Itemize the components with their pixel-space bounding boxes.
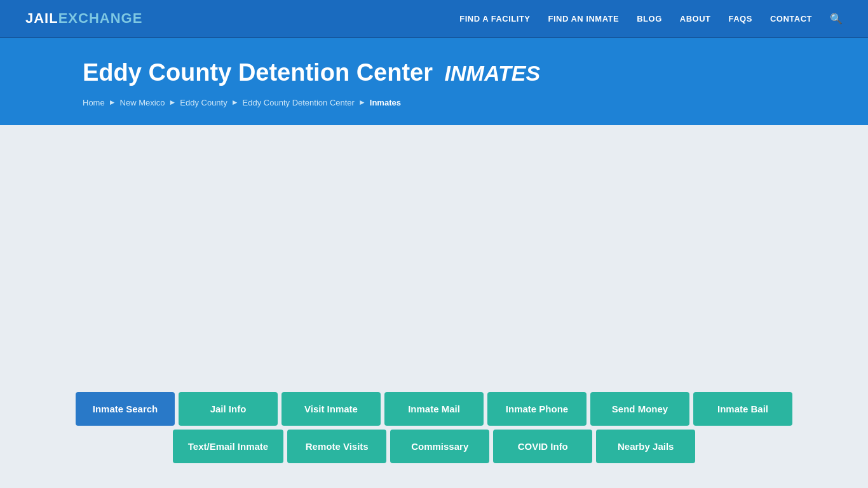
page-title-sub: INMATES: [445, 61, 540, 85]
nav-find-facility[interactable]: FIND A FACILITY: [459, 14, 530, 24]
logo-exchange: EXCHANGE: [58, 10, 143, 27]
header: JAIL EXCHANGE FIND A FACILITY FIND AN IN…: [0, 0, 868, 38]
tab-inmate-phone[interactable]: Inmate Phone: [487, 392, 587, 426]
tab-text-email-inmate[interactable]: Text/Email Inmate: [173, 430, 283, 463]
tab-send-money[interactable]: Send Money: [590, 392, 689, 426]
tabs-section: Inmate Search Jail Info Visit Inmate Inm…: [0, 379, 868, 488]
logo[interactable]: JAIL EXCHANGE: [25, 10, 142, 27]
page-title: Eddy County Detention Center INMATES: [83, 58, 785, 88]
tab-visit-inmate[interactable]: Visit Inmate: [281, 392, 381, 426]
nav-find-inmate[interactable]: FIND AN INMATE: [548, 14, 620, 24]
tab-commissary[interactable]: Commissary: [390, 430, 489, 463]
nav-faqs[interactable]: FAQs: [729, 14, 752, 24]
main-content-area: [0, 125, 868, 379]
breadcrumb: Home ► New Mexico ► Eddy County ► Eddy C…: [83, 98, 785, 107]
logo-jail: JAIL: [25, 10, 58, 27]
breadcrumb-sep-3: ►: [231, 98, 239, 107]
breadcrumb-sep-1: ►: [109, 98, 116, 107]
tab-inmate-mail[interactable]: Inmate Mail: [384, 392, 484, 426]
breadcrumb-sep-2: ►: [168, 98, 176, 107]
breadcrumb-sep-4: ►: [358, 98, 366, 107]
nav-blog[interactable]: BLOG: [637, 14, 662, 24]
tabs-row-2: Text/Email Inmate Remote Visits Commissa…: [83, 430, 785, 463]
tab-jail-info[interactable]: Jail Info: [179, 392, 278, 426]
nav-about[interactable]: ABOUT: [680, 14, 711, 24]
breadcrumb-detention-center[interactable]: Eddy County Detention Center: [243, 98, 355, 107]
nav-contact[interactable]: CONTACT: [770, 14, 812, 24]
tab-nearby-jails[interactable]: Nearby Jails: [596, 430, 695, 463]
tab-remote-visits[interactable]: Remote Visits: [287, 430, 386, 463]
hero-section: Eddy County Detention Center INMATES Hom…: [0, 38, 868, 125]
tab-inmate-bail[interactable]: Inmate Bail: [693, 392, 792, 426]
page-title-main: Eddy County Detention Center: [83, 59, 433, 86]
tab-inmate-search[interactable]: Inmate Search: [76, 392, 175, 426]
breadcrumb-inmates: Inmates: [370, 98, 401, 107]
breadcrumb-eddy-county[interactable]: Eddy County: [180, 98, 227, 107]
breadcrumb-home[interactable]: Home: [83, 98, 105, 107]
search-icon[interactable]: 🔍: [830, 13, 843, 25]
tab-covid-info[interactable]: COVID Info: [493, 430, 592, 463]
breadcrumb-new-mexico[interactable]: New Mexico: [120, 98, 165, 107]
tabs-row-1: Inmate Search Jail Info Visit Inmate Inm…: [83, 392, 785, 426]
main-nav: FIND A FACILITY FIND AN INMATE BLOG ABOU…: [459, 13, 843, 25]
